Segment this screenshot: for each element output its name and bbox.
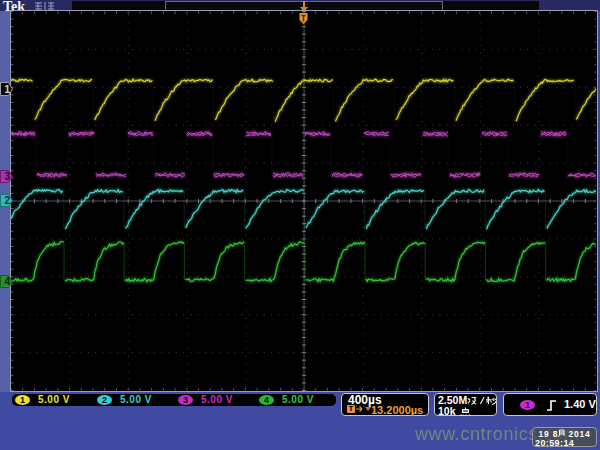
svg-text:3: 3 [5,171,11,182]
svg-text:2: 2 [5,195,11,206]
svg-text:1: 1 [5,84,11,95]
svg-text:4: 4 [5,276,11,287]
